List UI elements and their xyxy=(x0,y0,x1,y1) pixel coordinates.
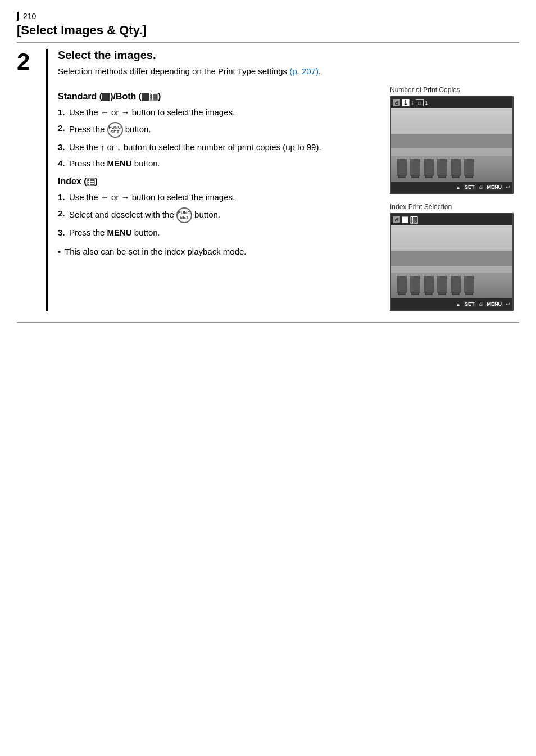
copy-count-badge: 1 xyxy=(402,99,410,106)
chair-4 xyxy=(437,159,447,176)
arrow-right-icon-2: → xyxy=(121,192,130,202)
two-col-layout: Standard ()/Both () 1. Use the ← or → bu… xyxy=(58,86,519,311)
camera-screen-1: 🖨 1 ↕ □ 1 xyxy=(390,96,514,194)
step-content: Select the images. Selection methods dif… xyxy=(58,49,519,311)
menu-label: MENU xyxy=(485,184,504,191)
print-icon: 🖨 xyxy=(393,99,400,106)
back-arrow-icon-2: ↩ xyxy=(506,301,510,307)
bottom-num-icon: ▲ xyxy=(456,184,461,190)
screen2-top-bar: 🖨 ✓ xyxy=(391,214,512,225)
back-arrow-icon: ↩ xyxy=(506,184,510,190)
note-item: This also can be set in the index playba… xyxy=(58,246,379,259)
index-section-title: Index () xyxy=(58,176,379,187)
print-icon-2: 🖨 xyxy=(393,216,400,223)
arrow-left-icon: ← xyxy=(101,107,109,117)
standard-steps-list: 1. Use the ← or → button to select the i… xyxy=(58,106,379,170)
screen1-label: Number of Print Copies xyxy=(390,86,519,94)
set-label: SET xyxy=(463,184,476,191)
print-mode-icon: □ xyxy=(416,99,424,106)
arrow-up-icon: ↑ xyxy=(101,142,105,152)
chair-5 xyxy=(451,159,461,176)
standard-step-1: 1. Use the ← or → button to select the i… xyxy=(58,106,379,119)
func-set-button-icon: FUNCSET xyxy=(107,122,123,138)
beach-scene-1 xyxy=(391,108,512,182)
screen2-image-area xyxy=(391,225,512,298)
chair-7 xyxy=(397,276,407,293)
step-container: 2 Select the images. Selection methods d… xyxy=(17,49,519,323)
page-number: 210 xyxy=(17,12,36,21)
chair-11 xyxy=(451,276,461,293)
camera-screen-2: 🖨 ✓ xyxy=(390,213,514,311)
index-step-3: 3. Press the MENU button. xyxy=(58,227,379,239)
index-steps-list: 1. Use the ← or → button to select the i… xyxy=(58,191,379,239)
set-label-2: SET xyxy=(463,301,476,307)
chair-1 xyxy=(397,159,407,176)
screen2-bottom-bar: ▲ SET 🖨 MENU ↩ xyxy=(391,298,512,310)
or-text-3: or xyxy=(111,192,119,202)
page-container: 210 [Select Images & Qty.] 2 Select the … xyxy=(0,0,536,756)
check-mark-icon: ✓ xyxy=(402,216,408,223)
chair-8 xyxy=(410,276,420,293)
grid-mode-icon xyxy=(410,216,418,224)
print-small-icon: 🖨 xyxy=(479,184,483,189)
beach-chairs-1 xyxy=(397,148,507,176)
chair-10 xyxy=(437,276,447,293)
step-intro: Selection methods differ depending on th… xyxy=(58,65,519,78)
or-text-2: or xyxy=(107,142,115,152)
index-step-1: 1. Use the ← or → button to select the i… xyxy=(58,191,379,204)
standard-step-4: 4. Press the MENU button. xyxy=(58,157,379,170)
page-link: (p. 207) xyxy=(289,66,319,76)
section-title: [Select Images & Qty.] xyxy=(17,23,519,43)
screen1-bottom-bar: ▲ SET 🖨 MENU ↩ xyxy=(391,182,512,193)
chair-12 xyxy=(464,276,474,293)
or-text: or xyxy=(111,107,119,117)
chair-6 xyxy=(464,159,474,176)
standard-step-2: 2. Press the FUNCSET button. xyxy=(58,122,379,138)
instructions-column: Standard ()/Both () 1. Use the ← or → bu… xyxy=(58,86,379,311)
copy-num-1: 1 xyxy=(425,100,428,106)
arrow-updown-icon: ↕ xyxy=(411,99,414,106)
menu-label-2: MENU xyxy=(485,301,504,307)
standard-section-title: Standard ()/Both () xyxy=(58,92,379,102)
screen2-container: Index Print Selection 🖨 ✓ xyxy=(390,203,519,311)
step-number: 2 xyxy=(17,49,48,311)
arrow-right-icon: → xyxy=(121,107,130,117)
print-small-icon-2: 🖨 xyxy=(479,301,483,306)
chair-2 xyxy=(410,159,420,176)
screen1-top-bar: 🖨 1 ↕ □ 1 xyxy=(391,97,512,108)
beach-scene-2 xyxy=(391,225,512,298)
beach-chairs-2 xyxy=(397,265,507,293)
chair-9 xyxy=(424,276,434,293)
arrow-down-icon: ↓ xyxy=(117,142,121,152)
standard-step-3: 3. Use the ↑ or ↓ button to select the n… xyxy=(58,141,379,154)
step-heading: Select the images. xyxy=(58,49,519,62)
chair-3 xyxy=(424,159,434,176)
index-step-2: 2. Select and deselect with the FUNCSET … xyxy=(58,207,379,223)
func-set-button-icon-2: FUNCSET xyxy=(176,207,192,223)
screen2-label: Index Print Selection xyxy=(390,203,519,211)
bottom-num-icon-2: ▲ xyxy=(456,301,461,307)
screen1-image-area xyxy=(391,108,512,182)
screen1-container: Number of Print Copies 🖨 1 ↕ □ 1 xyxy=(390,86,519,194)
empty-area xyxy=(17,323,519,548)
arrow-left-icon-2: ← xyxy=(101,192,109,202)
images-column: Number of Print Copies 🖨 1 ↕ □ 1 xyxy=(390,86,519,311)
